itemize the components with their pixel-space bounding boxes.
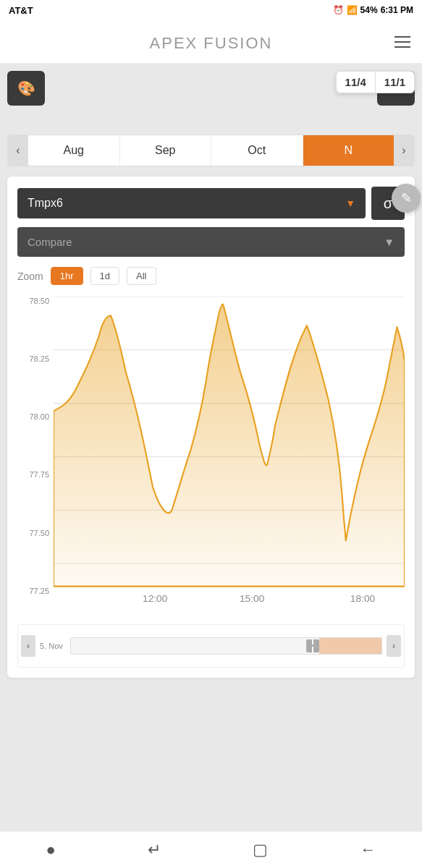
top-buttons-row: 🎨 11/4 11/1 ?	[7, 71, 415, 106]
zoom-all-button[interactable]: All	[127, 267, 156, 285]
probe-name: Tmpx6	[28, 197, 63, 210]
nav-recents-icon[interactable]: ▢	[253, 841, 268, 859]
chart-svg-wrap: 12:00 15:00 18:00	[54, 297, 405, 617]
chart-svg: 12:00 15:00 18:00	[54, 297, 405, 617]
y-label-3: 77.75	[29, 470, 49, 479]
zoom-label: Zoom	[17, 271, 43, 282]
zoom-row: Zoom 1hr 1d All	[17, 267, 405, 285]
month-item-aug[interactable]: Aug	[28, 135, 120, 166]
svg-text:18:00: 18:00	[350, 593, 376, 604]
probe-select[interactable]: Tmpx6 ▼	[17, 188, 366, 218]
logo: APEX FUSION	[150, 30, 273, 54]
month-nav-items: Aug Sep Oct N	[28, 135, 394, 166]
svg-text:12:00: 12:00	[143, 593, 168, 604]
month-item-oct[interactable]: Oct	[211, 135, 303, 166]
logo-main: APEX	[150, 34, 198, 52]
svg-text:15:00: 15:00	[240, 593, 265, 604]
y-label-0: 78.50	[29, 297, 49, 305]
status-bar: AT&T ⏰ 📶 54% 6:31 PM	[0, 0, 422, 20]
menu-icon-line1	[394, 36, 410, 38]
timeline-next-button[interactable]: ›	[387, 635, 401, 657]
alarm-icon: ⏰	[333, 5, 344, 15]
month-item-nov[interactable]: N	[303, 135, 394, 166]
zoom-1d-button[interactable]: 1d	[90, 267, 119, 285]
compare-row: Compare ▼	[17, 227, 405, 257]
nav-back-icon[interactable]: ↵	[148, 841, 161, 859]
palette-icon: 🎨	[17, 80, 35, 97]
nav-home-icon[interactable]: ●	[46, 841, 56, 859]
pencil-icon: ✎	[401, 190, 412, 206]
bottom-nav: ● ↵ ▢ ←	[0, 831, 422, 868]
zoom-1hr-button[interactable]: 1hr	[51, 267, 83, 285]
compare-placeholder: Compare	[28, 236, 72, 248]
main-content: 🎨 11/4 11/1 ? ‹ Aug Sep Oct N › ✎	[0, 64, 422, 736]
mini-handle-line2	[312, 647, 313, 652]
mini-handle-line1	[312, 639, 313, 645]
month-next-button[interactable]: ›	[394, 135, 414, 166]
logo-sub: FUSION	[198, 34, 272, 52]
battery: 54%	[360, 5, 378, 15]
menu-icon-line2	[394, 41, 410, 43]
date-pill-item2: 11/1	[376, 72, 414, 93]
y-label-1: 78.25	[29, 354, 49, 363]
compare-select[interactable]: Compare ▼	[17, 227, 405, 257]
month-item-sep[interactable]: Sep	[120, 135, 212, 166]
mini-timeline: ‹ 5. Nov ›	[17, 624, 405, 668]
month-prev-button[interactable]: ‹	[8, 135, 28, 166]
probe-dropdown-icon: ▼	[345, 197, 355, 209]
signal-icon: 📶	[347, 5, 358, 15]
header: APEX FUSION	[0, 20, 422, 64]
nav-back-arrow-icon[interactable]: ←	[360, 841, 376, 859]
month-nav: ‹ Aug Sep Oct N ›	[7, 135, 415, 166]
mini-fill	[319, 638, 381, 654]
date-tooltip: 11/4 11/1	[336, 71, 415, 93]
mini-date-label: 5. Nov	[40, 642, 63, 650]
timeline-prev-button[interactable]: ‹	[21, 635, 35, 657]
menu-icon-line3	[394, 46, 410, 48]
mini-track[interactable]	[70, 637, 382, 655]
time: 6:31 PM	[381, 5, 413, 15]
menu-button[interactable]	[394, 36, 410, 48]
mini-handle[interactable]	[306, 639, 319, 652]
compare-dropdown-icon: ▼	[384, 236, 394, 248]
data-card: ✎ Tmpx6 ▼ σ Compare ▼ Zoom 1hr 1d All	[7, 176, 415, 678]
probe-row: Tmpx6 ▼ σ	[17, 187, 405, 220]
y-label-4: 77.50	[29, 529, 49, 537]
carrier: AT&T	[9, 5, 33, 16]
palette-button[interactable]: 🎨	[7, 71, 45, 106]
chart-container: 78.50 78.25 78.00 77.75 77.50 77.25	[17, 297, 405, 617]
y-label-5: 77.25	[29, 587, 49, 595]
date-pill-item1: 11/4	[337, 72, 376, 93]
y-label-2: 78.00	[29, 412, 49, 421]
chart-y-labels: 78.50 78.25 78.00 77.75 77.50 77.25	[17, 297, 54, 595]
edit-button[interactable]: ✎	[392, 184, 421, 213]
